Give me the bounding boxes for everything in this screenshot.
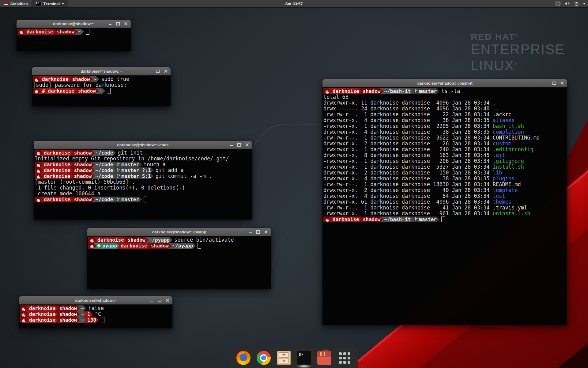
ls-row: -rw-rw-r--. 1 darknoise darknoise 22 Jan… <box>323 112 566 117</box>
prompt-segment-git: master <box>113 197 142 202</box>
ls-row: drwxrwxr-x. 4 darknoise darknoise 38 Jan… <box>323 129 566 135</box>
close-button[interactable] <box>560 81 564 85</box>
firefox-icon[interactable] <box>236 351 251 365</box>
window-title: darknoise@shadow:~ <box>75 298 116 303</box>
terminal-content[interactable]: darknoiseshadow~/bash-itmasterls -latota… <box>322 87 567 223</box>
window-title: darknoise@shadow:~ <box>81 69 122 74</box>
terminal-content[interactable]: darknoiseshadow~falsedarknoiseshadow~1^C… <box>19 305 172 324</box>
ls-row: -rw-rw-r--. 1 darknoise darknoise 18630 … <box>323 182 566 187</box>
ls-row-filename: uninstall.sh <box>493 210 530 217</box>
window-titlebar[interactable]: darknoise@shadow:~/pyapp <box>87 228 271 236</box>
terminal-window-bash-it[interactable]: darknoise@shadow:~/bash-itdarknoiseshado… <box>322 79 567 325</box>
chrome-icon[interactable] <box>257 351 271 365</box>
maximize-button[interactable] <box>158 298 161 302</box>
chevron-down-icon[interactable] <box>583 3 586 5</box>
command-text: git add a <box>156 167 184 173</box>
minimize-button[interactable] <box>229 143 233 147</box>
window-titlebar[interactable]: darknoise@shadow:~ <box>32 67 171 75</box>
prompt-segment-user: # darknoise <box>38 88 77 94</box>
terminal-content[interactable]: darknoiseshadow~sudo true[sudo] password… <box>32 75 171 95</box>
app-menu-terminal[interactable]: $> Terminal <box>32 0 68 7</box>
prompt-segment-path: ~/pyapp <box>168 243 196 249</box>
terminal-window-pyapp[interactable]: darknoise@shadow:~/pyappdarknoiseshadow~… <box>87 228 271 289</box>
terminal-content[interactable]: darknoiseshadow~/pyappsource bin/activat… <box>87 236 271 250</box>
command-text: ls -la <box>441 88 460 94</box>
ls-row-meta: drwxrwxr-x. 11 darknoise darknoise 4096 … <box>323 100 493 106</box>
maximize-button[interactable] <box>116 22 120 25</box>
prompt-segment-user: darknoise <box>40 197 73 202</box>
terminal-prompt-line: darknoiseshadow~/codemaster ?:1git add a <box>35 167 251 173</box>
terminal-prompt-line: darknoiseshadow~/bash-itmasterls -la <box>323 88 566 94</box>
ls-row: drwxrwxr-x. 4 darknoise darknoise 38 Jan… <box>323 176 566 182</box>
ls-row: -rw-rw-r--. 1 darknoise darknoise 3622 J… <box>323 135 566 141</box>
terminal-output-line: 1 file changed, 0 insertions(+), 0 delet… <box>35 185 251 191</box>
ls-row-meta: -rw-rw-r--. 1 darknoise darknoise 3622 J… <box>323 135 493 141</box>
prompt-segment-host: shadow <box>359 88 383 94</box>
maximize-button[interactable] <box>552 81 556 85</box>
ls-row-meta: drwxrwxr-x. 4 darknoise darknoise 38 Jan… <box>323 117 493 123</box>
distro-icon <box>37 164 40 167</box>
ls-row: drwxrwxr-x. 8 darknoise darknoise 163 Ja… <box>323 152 566 158</box>
window-titlebar[interactable]: darknoise@shadow:~ <box>19 296 172 305</box>
terminal-prompt-line: darknoiseshadow~1^C <box>20 311 172 317</box>
window-titlebar[interactable]: darknoise@shadow:~/code <box>34 141 252 149</box>
minimize-button[interactable] <box>248 230 252 234</box>
close-button[interactable] <box>166 298 169 302</box>
terminal-window-code[interactable]: darknoise@shadow:~/codedarknoiseshadow~/… <box>34 141 252 220</box>
ls-row-filename: .editorconfig <box>493 146 533 152</box>
rhel-logo-brand: RED HAT® <box>471 32 565 42</box>
terminal-output-line: total 68 <box>323 94 566 100</box>
ls-row-filename: .ackrc <box>493 111 511 117</box>
terminal-icon[interactable]: $> <box>297 351 311 365</box>
prompt-segment-user: darknoise <box>25 305 58 311</box>
prompt-segment-host: shadow <box>68 76 93 82</box>
terminal-prompt-line: darknoiseshadow~/codegit init <box>35 150 251 156</box>
window-title: darknoise@shadow:~/pyapp <box>152 230 206 234</box>
terminal-window-home-1[interactable]: darknoise@shadow:~darknoiseshadow~ <box>17 20 131 51</box>
terminal-app-icon: $> <box>35 1 42 6</box>
prompt-segment-git: master ?:1 <box>113 167 153 173</box>
prompt-segment-user: darknoise <box>38 76 71 82</box>
minimize-button[interactable] <box>108 22 112 25</box>
prompt-segment-path: ~/bash-it <box>380 88 414 94</box>
prompt-segment-host: shadow <box>53 29 77 35</box>
terminal-prompt-line: darknoiseshadow~false <box>20 305 172 311</box>
window-title: darknoise@shadow:~/code <box>117 143 168 147</box>
minimize-button[interactable] <box>545 81 548 85</box>
app-grid-icon[interactable] <box>337 351 352 365</box>
close-button[interactable] <box>164 69 168 73</box>
prompt-segment-path: ~/code <box>92 167 116 173</box>
screen-icon[interactable] <box>556 2 560 6</box>
minimize-button[interactable] <box>148 69 152 73</box>
activities-button[interactable]: Activities <box>0 0 32 7</box>
rhel-logo-line2: ENTERPRISE <box>471 42 565 57</box>
window-titlebar[interactable]: darknoise@shadow:~ <box>17 20 131 28</box>
window-titlebar[interactable]: darknoise@shadow:~/bash-it <box>322 79 567 87</box>
volume-icon[interactable] <box>565 2 570 6</box>
maximize-button[interactable] <box>237 143 241 147</box>
prompt-segment-host: shadow <box>359 217 383 222</box>
close-button[interactable] <box>245 143 249 147</box>
terminal-content[interactable]: darknoiseshadow~/codegit initInitialized… <box>34 149 252 203</box>
terminal-cursor <box>198 243 201 249</box>
ls-row-meta: drwxrwxr-x. 8 darknoise darknoise 163 Ja… <box>323 152 493 158</box>
clock[interactable]: Sat 03:57 <box>285 2 303 6</box>
terminal-window-sudo[interactable]: darknoise@shadow:~darknoiseshadow~sudo t… <box>32 67 171 106</box>
maximize-button[interactable] <box>256 230 260 234</box>
files-icon[interactable] <box>277 351 291 365</box>
ls-row-filename: lib <box>493 170 502 176</box>
ls-row: -rwxrwxr-x. 1 darknoise darknoise 961 Ja… <box>323 211 566 217</box>
toolbox-icon[interactable] <box>317 351 331 365</box>
terminal-window-home-2[interactable]: darknoise@shadow:~darknoiseshadow~falsed… <box>19 296 172 328</box>
minimize-button[interactable] <box>150 298 153 302</box>
close-button[interactable] <box>264 230 268 234</box>
terminal-prompt-line: pyappdarknoiseshadow~/pyapp <box>88 243 270 249</box>
ls-row-filename: plugins <box>493 175 515 182</box>
close-button[interactable] <box>124 22 128 25</box>
maximize-button[interactable] <box>156 69 160 73</box>
terminal-output-line: [master (root-commit) 50bcb63] . <box>35 179 251 185</box>
redhat-icon <box>4 2 8 5</box>
terminal-content[interactable]: darknoiseshadow~ <box>17 28 131 36</box>
window-title: darknoise@shadow:~/bash-it <box>417 81 473 86</box>
power-icon[interactable] <box>574 2 579 6</box>
